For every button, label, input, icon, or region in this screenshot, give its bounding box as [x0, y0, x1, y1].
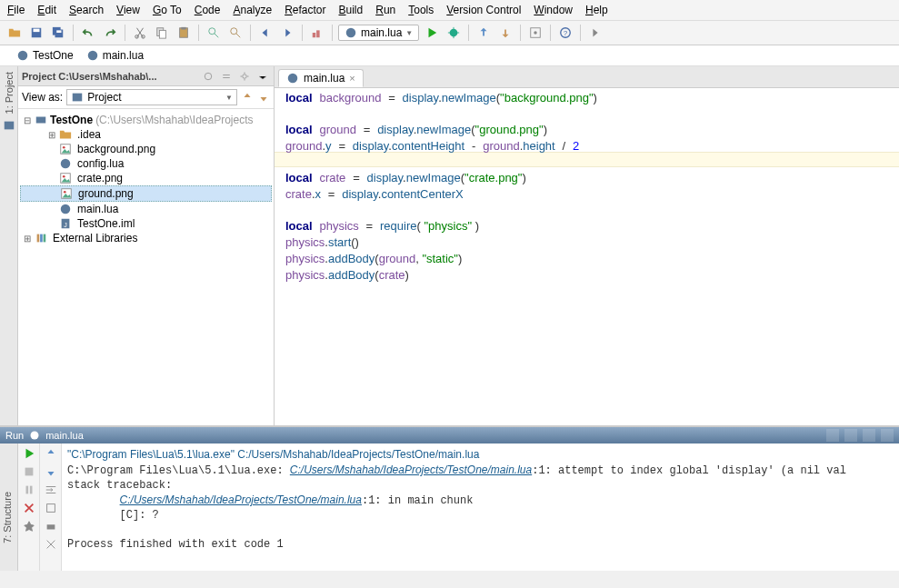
- project-toolwindow-button[interactable]: 1: Project: [4, 72, 15, 114]
- run-tb-1-icon[interactable]: [826, 429, 839, 442]
- nav-tab-project[interactable]: TestOne: [16, 49, 74, 62]
- menu-item[interactable]: View: [116, 4, 140, 16]
- svg-point-16: [450, 29, 458, 37]
- menu-item[interactable]: Code: [195, 4, 221, 16]
- project-tree[interactable]: ⊟ TestOne (C:\Users\Mshahab\IdeaProjects…: [18, 109, 274, 249]
- code-editor[interactable]: local background = display.newImage("bac…: [275, 88, 899, 425]
- run-config-combo[interactable]: main.lua ▼: [338, 25, 419, 41]
- view-as-combo[interactable]: Project ▼: [66, 89, 237, 105]
- menu-item[interactable]: Window: [534, 4, 573, 16]
- svg-rect-10: [181, 27, 185, 30]
- tree-item[interactable]: ground.png: [20, 185, 272, 202]
- svg-rect-46: [46, 504, 55, 513]
- lua-icon: [29, 430, 40, 441]
- project-panel: Project C:\Users\Mshahab\... View as: Pr…: [18, 66, 275, 425]
- run-tb-2-icon[interactable]: [844, 429, 857, 442]
- svg-point-11: [209, 28, 215, 35]
- save-icon[interactable]: [27, 24, 45, 42]
- paste-icon[interactable]: [175, 24, 193, 42]
- menu-item[interactable]: Version Control: [446, 4, 521, 16]
- find-icon[interactable]: [205, 24, 223, 42]
- menu-item[interactable]: Edit: [37, 4, 56, 16]
- tree-item[interactable]: crate.png: [20, 171, 272, 185]
- hide-icon[interactable]: [255, 69, 270, 84]
- save-all-icon[interactable]: [49, 24, 67, 42]
- tree-item[interactable]: config.lua: [20, 156, 272, 171]
- editor-tab-main[interactable]: main.lua ×: [278, 69, 364, 87]
- rerun-icon[interactable]: [23, 447, 35, 460]
- up-icon[interactable]: [45, 447, 57, 460]
- down-icon[interactable]: [45, 465, 57, 478]
- tree-item[interactable]: JTestOne.iml: [20, 216, 272, 231]
- svg-point-34: [64, 191, 66, 194]
- back-icon[interactable]: [256, 24, 275, 42]
- cut-icon[interactable]: [131, 24, 149, 42]
- debug-icon[interactable]: [445, 24, 463, 42]
- svg-point-12: [231, 28, 237, 35]
- settings-icon[interactable]: [526, 24, 544, 42]
- tree-external[interactable]: ⊞External Libraries: [20, 231, 272, 245]
- clear-icon[interactable]: [45, 538, 57, 551]
- undo-icon[interactable]: [79, 24, 97, 42]
- console-output[interactable]: "C:\Program Files\Lua\5.1\lua.exe" C:/Us…: [62, 443, 899, 571]
- forward-icon[interactable]: [278, 24, 296, 42]
- autoscroll-from-icon[interactable]: [257, 91, 270, 104]
- build-icon[interactable]: [308, 24, 326, 42]
- chevron-right-icon[interactable]: [586, 24, 604, 42]
- menu-item[interactable]: Help: [585, 4, 608, 16]
- stop-icon[interactable]: [23, 465, 35, 478]
- svg-rect-39: [40, 234, 43, 243]
- svg-rect-43: [25, 468, 33, 476]
- vcs-update-icon[interactable]: [474, 24, 493, 42]
- menu-item[interactable]: File: [7, 4, 25, 16]
- svg-rect-44: [25, 486, 28, 494]
- copy-icon[interactable]: [153, 24, 171, 42]
- replace-icon[interactable]: [226, 24, 245, 42]
- view-as-label: View as:: [22, 91, 63, 104]
- close-run-icon[interactable]: [23, 502, 35, 514]
- gear-icon[interactable]: [237, 69, 252, 84]
- left-toolwindow-bar: 1: Project: [0, 66, 18, 425]
- autoscroll-to-icon[interactable]: [241, 91, 254, 104]
- pause-icon[interactable]: [23, 483, 35, 496]
- open-icon[interactable]: [5, 24, 24, 42]
- run-panel: Run main.lua 7: Structure "C:\Program: [0, 425, 899, 571]
- structure-toolwindow-button[interactable]: 7: Structure: [2, 492, 13, 543]
- menu-item[interactable]: Go To: [153, 4, 182, 16]
- nav-breadcrumb: TestOne main.lua: [0, 45, 899, 66]
- pin-icon[interactable]: [23, 520, 35, 533]
- menu-item[interactable]: Run: [375, 4, 395, 16]
- vcs-commit-icon[interactable]: [496, 24, 514, 42]
- menu-item[interactable]: Tools: [408, 4, 434, 16]
- nav-tab-file[interactable]: main.lua: [86, 49, 144, 62]
- tree-root[interactable]: ⊟ TestOne (C:\Users\Mshahab\IdeaProjects: [20, 113, 272, 127]
- tree-item[interactable]: main.lua: [20, 202, 272, 216]
- scroll-from-source-icon[interactable]: [201, 69, 215, 84]
- svg-point-41: [288, 73, 298, 83]
- scroll-end-icon[interactable]: [45, 502, 57, 514]
- run-hide-icon[interactable]: [881, 429, 894, 442]
- redo-icon[interactable]: [101, 24, 119, 42]
- close-icon[interactable]: ×: [349, 73, 355, 84]
- run-icon[interactable]: [423, 24, 441, 42]
- menu-item[interactable]: Analyze: [233, 4, 272, 16]
- collapse-all-icon[interactable]: [219, 69, 234, 84]
- svg-text:?: ?: [564, 29, 568, 37]
- run-title: Run: [5, 430, 24, 441]
- run-min-icon[interactable]: [863, 429, 875, 442]
- tree-item[interactable]: ⊞.idea: [20, 127, 272, 142]
- soft-wrap-icon[interactable]: [45, 483, 57, 496]
- menu-item[interactable]: Search: [69, 4, 104, 16]
- svg-point-29: [63, 146, 65, 149]
- help-icon[interactable]: ?: [556, 24, 574, 42]
- svg-point-22: [87, 51, 97, 61]
- svg-point-32: [63, 175, 65, 178]
- svg-rect-40: [44, 234, 46, 243]
- print-icon[interactable]: [45, 520, 57, 533]
- project-panel-title: Project C:\Users\Mshahab\...: [22, 71, 197, 82]
- menu-item[interactable]: Refactor: [285, 4, 325, 16]
- svg-rect-27: [36, 117, 46, 124]
- tree-item[interactable]: background.png: [20, 142, 272, 156]
- svg-point-24: [205, 73, 212, 80]
- menu-item[interactable]: Build: [339, 4, 364, 16]
